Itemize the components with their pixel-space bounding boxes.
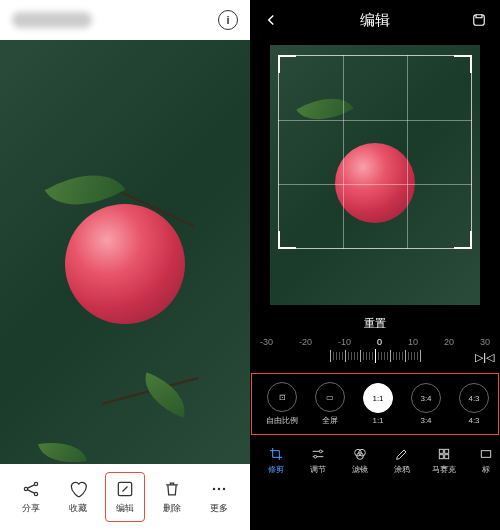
blurred-text [12,12,92,28]
ratio-3-4[interactable]: 3:43:4 [404,383,448,425]
svg-rect-16 [445,454,449,458]
tool-label[interactable]: 标 [466,446,500,475]
crop-handle-tr[interactable] [454,55,472,73]
edit-title: 编辑 [360,11,390,30]
svg-rect-13 [439,449,443,453]
crop-canvas[interactable] [250,40,500,310]
tool-filter[interactable]: 滤镜 [340,446,380,475]
svg-point-4 [212,488,215,491]
photo-preview[interactable] [0,40,250,464]
tool-adjust[interactable]: 调节 [298,446,338,475]
svg-rect-7 [474,15,485,26]
svg-point-0 [25,487,28,490]
share-button[interactable]: 分享 [11,472,51,522]
tool-mosaic[interactable]: 马赛克 [424,446,464,475]
svg-point-9 [314,455,317,458]
left-bottom-bar: 分享 收藏 编辑 删除 更多 [0,464,250,530]
favorite-button[interactable]: 收藏 [58,472,98,522]
ratio-4-3[interactable]: 4:34:3 [452,383,496,425]
aspect-ratio-row: ⊡自由比例 ▭全屏 1:11:1 3:43:4 4:34:3 [251,373,499,435]
crop-handle-br[interactable] [454,231,472,249]
favorite-label: 收藏 [69,502,87,515]
back-icon[interactable] [262,11,280,29]
save-icon[interactable] [470,11,488,29]
svg-point-6 [222,488,225,491]
rotation-ruler[interactable]: -30 -20 -10 0 10 20 30 ▷|◁ [250,337,500,369]
ratio-full[interactable]: ▭全屏 [308,382,352,426]
svg-rect-15 [439,454,443,458]
left-header: i [0,0,250,40]
right-header: 编辑 [250,0,500,40]
svg-point-5 [217,488,220,491]
tool-crop[interactable]: 修剪 [256,446,296,475]
crop-frame[interactable] [278,55,472,249]
ratio-1-1[interactable]: 1:11:1 [356,383,400,425]
more-label: 更多 [210,502,228,515]
tool-row: 修剪 调节 滤镜 涂鸦 马赛克 标 [250,435,500,485]
share-label: 分享 [22,502,40,515]
edit-button[interactable]: 编辑 [105,472,145,522]
ratio-free[interactable]: ⊡自由比例 [260,382,304,426]
delete-button[interactable]: 删除 [152,472,192,522]
svg-point-1 [35,482,38,485]
crop-handle-bl[interactable] [278,231,296,249]
info-icon[interactable]: i [218,10,238,30]
edit-label: 编辑 [116,502,134,515]
flip-icon[interactable]: ▷|◁ [475,351,494,364]
reset-button[interactable]: 重置 [250,310,500,337]
tool-doodle[interactable]: 涂鸦 [382,446,422,475]
crop-handle-tl[interactable] [278,55,296,73]
svg-rect-14 [445,449,449,453]
svg-rect-17 [481,450,490,457]
delete-label: 删除 [163,502,181,515]
more-button[interactable]: 更多 [199,472,239,522]
svg-point-8 [319,450,322,453]
svg-point-2 [35,492,38,495]
